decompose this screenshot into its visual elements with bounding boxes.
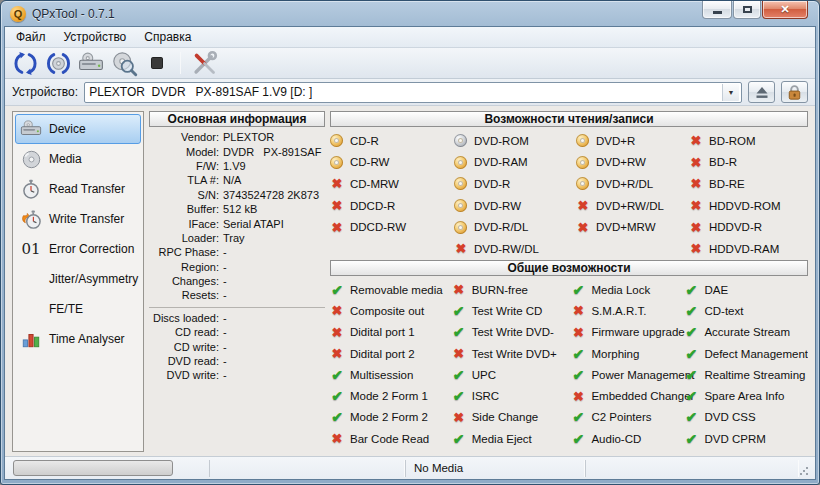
sidebar-item-write-transfer[interactable]: Write Transfer xyxy=(15,204,141,234)
rw-capabilities-grid: CD-R CD-RW CD-MRW DDCD-R DDCD-RW DVD-ROM… xyxy=(330,127,808,260)
capability-item: Composite out xyxy=(330,300,452,321)
disc-icon xyxy=(20,148,42,170)
capability-item: DVD+RW xyxy=(576,152,689,174)
info-row: Model:DVDR PX-891SAF xyxy=(149,144,325,158)
capability-item: DDCD-R xyxy=(330,195,454,217)
capability-item: Firmware upgrade xyxy=(571,322,684,343)
capability-item: Didital port 2 xyxy=(330,343,452,364)
general-capabilities-grid: Removable media Composite out Didital po… xyxy=(330,276,808,452)
capability-icon xyxy=(571,347,585,361)
capability-icon xyxy=(689,220,703,234)
info-row: RPC Phase:- xyxy=(149,245,325,259)
general-capabilities-header: Общие возможности xyxy=(330,260,808,276)
capability-icon xyxy=(452,325,466,339)
title-bar[interactable]: Q QPxTool - 0.7.1 ✕ xyxy=(4,1,816,26)
capability-item: HDDVD-RAM xyxy=(689,238,808,260)
window-title: QPxTool - 0.7.1 xyxy=(32,7,115,21)
capability-icon xyxy=(330,177,344,191)
drive-info-button[interactable] xyxy=(77,50,105,77)
close-button[interactable]: ✕ xyxy=(762,1,808,19)
capability-icon xyxy=(689,177,703,191)
capability-icon xyxy=(684,368,698,382)
rescan-bus-button[interactable] xyxy=(11,50,39,77)
capability-icon xyxy=(330,347,344,361)
device-label: Устройство: xyxy=(12,85,78,99)
preferences-button[interactable] xyxy=(190,50,218,77)
capability-item: DVD+RW/DL xyxy=(576,195,689,217)
capability-item: DVD+R xyxy=(576,130,689,152)
info-row: CD write:- xyxy=(149,339,325,353)
eject-button[interactable] xyxy=(748,81,775,103)
info-row: DVD write:- xyxy=(149,368,325,382)
device-combobox[interactable]: PLEXTOR DVDR PX-891SAF 1.V9 [D: ] xyxy=(84,82,742,103)
drive-icon xyxy=(78,50,104,76)
sidebar-item-device[interactable]: Device xyxy=(15,114,141,144)
sidebar-item-jitter-asymmetry[interactable]: Jitter/Asymmetry xyxy=(15,264,141,294)
sidebar-item-media[interactable]: Media xyxy=(15,144,141,174)
maximize-button[interactable] xyxy=(733,1,761,19)
capability-icon xyxy=(576,134,589,147)
app-icon: Q xyxy=(10,6,26,22)
capability-item: Accurate Stream xyxy=(684,322,808,343)
app-window: Q QPxTool - 0.7.1 ✕ Файл Устройство Спра… xyxy=(0,0,820,485)
media-scan-icon xyxy=(111,50,138,77)
capability-icon xyxy=(330,410,344,424)
capability-icon xyxy=(571,283,585,297)
capability-item: Didital port 1 xyxy=(330,322,452,343)
lock-button[interactable] xyxy=(781,81,808,103)
device-combobox-value: PLEXTOR DVDR PX-891SAF 1.V9 [D: ] xyxy=(89,85,312,99)
rescan-bus-icon xyxy=(13,51,38,76)
sidebar-item-label: Time Analyser xyxy=(49,332,125,346)
capability-item: DVD+R/DL xyxy=(576,173,689,195)
capability-item: DVD-RW xyxy=(454,195,576,217)
capability-item: DAE xyxy=(684,279,808,300)
capability-icon xyxy=(330,325,344,339)
capability-icon xyxy=(452,283,466,297)
status-message-section: No Media xyxy=(405,460,585,477)
capability-item: BURN-free xyxy=(452,279,572,300)
media-scan-button[interactable] xyxy=(110,50,138,77)
capability-item: Removable media xyxy=(330,279,452,300)
refresh-media-button[interactable] xyxy=(44,50,72,77)
sidebar-item-time-analyser[interactable]: Time Analyser xyxy=(15,324,141,354)
capability-icon xyxy=(454,156,467,169)
toolbar-separator xyxy=(180,52,181,74)
capability-icon xyxy=(684,432,698,446)
sidebar-item-read-transfer[interactable]: Read Transfer xyxy=(15,174,141,204)
info-row: F/W:1.V9 xyxy=(149,159,325,173)
capability-item: Defect Management xyxy=(684,343,808,364)
blank-icon xyxy=(20,268,42,290)
lock-icon xyxy=(785,83,804,102)
resize-grip[interactable] xyxy=(799,466,809,476)
capability-icon xyxy=(684,304,698,318)
capability-item: BD-ROM xyxy=(689,130,808,152)
sidebar-item-label: Read Transfer xyxy=(49,182,125,196)
sidebar-item-label: Jitter/Asymmetry xyxy=(49,272,138,286)
capability-icon xyxy=(330,134,343,147)
capability-item: Mode 2 Form 1 xyxy=(330,385,452,406)
sidebar-item-error-correction[interactable]: 01 Error Correction xyxy=(15,234,141,264)
capability-icon xyxy=(330,199,344,213)
capability-icon xyxy=(689,199,703,213)
chevron-down-icon[interactable] xyxy=(722,84,739,101)
capability-item: BD-RE xyxy=(689,173,808,195)
capability-icon xyxy=(571,304,585,318)
sidebar-item-fe-te[interactable]: FE/TE xyxy=(15,294,141,324)
status-message: No Media xyxy=(414,462,463,474)
eject-icon xyxy=(753,84,771,100)
menu-help[interactable]: Справка xyxy=(135,27,200,47)
sidebar: Device Media xyxy=(12,111,144,452)
stop-button[interactable] xyxy=(143,50,171,77)
minimize-button[interactable] xyxy=(702,1,732,19)
capability-item: DVD-R/DL xyxy=(454,216,576,238)
info-separator xyxy=(149,307,325,308)
status-spacer xyxy=(173,457,209,479)
info-row: IFace:Serial ATAPI xyxy=(149,216,325,230)
menu-file[interactable]: Файл xyxy=(7,27,55,47)
capability-item: CD-RW xyxy=(330,152,454,174)
rw-capabilities-header: Возможности чтения/записи xyxy=(330,111,808,127)
status-section xyxy=(585,460,799,477)
menu-device[interactable]: Устройство xyxy=(55,27,136,47)
info-row: Changes:- xyxy=(149,274,325,288)
capability-icon xyxy=(330,432,344,446)
